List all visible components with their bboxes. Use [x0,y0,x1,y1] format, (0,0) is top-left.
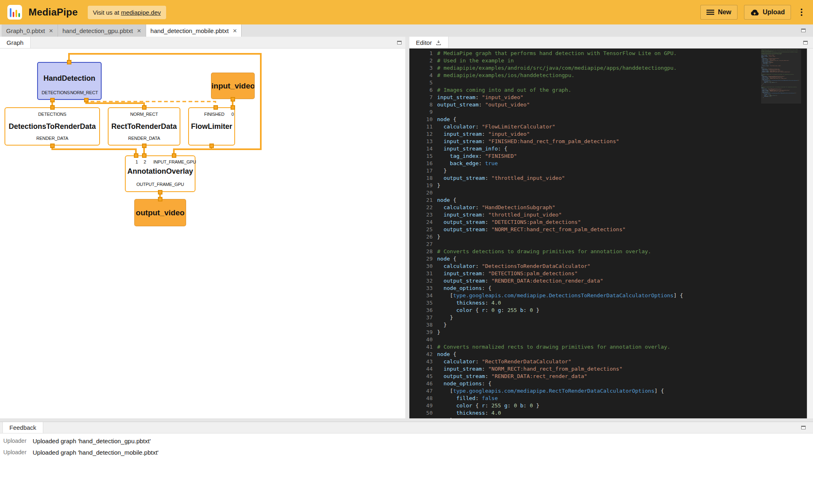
code-editor[interactable]: 1# MediaPipe graph that performs hand de… [409,49,813,418]
code-line: 31 input_stream: "DETECTIONS:palm_detect… [409,270,813,277]
code-line: 19} [409,182,813,189]
code-line: 4# mediapipie/examples/ios/handdetection… [409,72,813,79]
tab-editor[interactable]: Editor [409,37,449,48]
port [209,144,214,148]
code-line: 30 calculator: "DetectionsToRenderDataCa… [409,263,813,270]
feedback-source: Uploader [3,449,27,455]
mediapipe-logo-icon [7,5,22,20]
port-label: 0 [231,112,234,117]
code-line: 26} [409,233,813,241]
code-line: 3# mediapipie/examples/android/src/java/… [409,64,813,72]
popout-icon[interactable] [801,426,806,429]
code-line: 39} [409,329,813,336]
node-annotation-overlay[interactable]: 1 2 INPUT_FRAME_GPU AnnotationOverlay OU… [125,155,195,192]
code-line: 48 filled: false [409,395,813,402]
code-line: 24 output_stream: "DETECTIONS:palm_detec… [409,219,813,226]
code-line: 16 back_edge: true [409,160,813,167]
port-label: DETECTIONS [5,112,99,117]
code-line: 20 [409,189,813,197]
code-line: 42node { [409,351,813,358]
node-detections-to-render-data[interactable]: DETECTIONS DetectionsToRenderData RENDER… [4,107,100,146]
port-label: 1 [136,159,138,164]
popout-icon[interactable] [397,41,402,44]
code-line: 45 output_stream: "RENDER_DATA:rect_rend… [409,373,813,380]
code-line: 13 input_stream: "FINISHED:hand_rect_fro… [409,138,813,145]
port [67,60,71,64]
port [142,105,147,110]
code-line: 27 [409,241,813,248]
app-header: MediaPipe Visit us at mediapipe.dev New … [0,0,813,24]
graph-edges [0,49,405,418]
file-tab-bar: Graph_0.pbtxt × hand_detection_gpu.pbtxt… [0,24,813,37]
file-tab-hand-detection-gpu[interactable]: hand_detection_gpu.pbtxt × [58,24,146,37]
minimap-slider[interactable] [761,49,801,104]
port-label: OUTPUT_FRAME_GPU [126,182,195,187]
popout-icon[interactable] [801,29,806,32]
code-line: 8output_stream: "output_video" [409,101,813,108]
port-label: RENDER_DATA [5,136,99,141]
code-line: 47 [type.googleapis.com/mediapipe.RectTo… [409,387,813,395]
download-icon[interactable] [435,40,442,46]
node-output-video[interactable]: output_video [134,199,186,226]
feedback-source: Uploader [3,438,27,444]
code-line: 21node { [409,197,813,204]
code-line: 40 [409,336,813,343]
code-line: 37 } [409,314,813,321]
port-label: FINISHED [204,112,224,117]
file-tab-label: hand_detection_gpu.pbtxt [62,27,133,34]
node-flow-limiter[interactable]: FINISHED 0 FlowLimiter [188,107,235,146]
port [213,105,218,110]
code-line: 15 tag_index: "FINISHED" [409,153,813,160]
port-label: NORM_RECT [70,90,98,95]
node-hand-detection[interactable]: HandDetection DETECTIONS NORM_RECT [37,62,102,100]
port-label: INPUT_FRAME_GPU [153,159,196,164]
upload-button[interactable]: Upload [744,5,791,20]
editor-tab-label: Editor [416,39,432,46]
close-icon[interactable]: × [49,27,53,34]
code-line: 38 } [409,321,813,329]
close-icon[interactable]: × [137,27,141,34]
code-line: 34 [type.googleapis.com/mediapipe.Detect… [409,292,813,299]
code-line: 11 calculator: "FlowLimiterCalculator" [409,123,813,130]
node-title: HandDetection [38,74,101,83]
code-line: 9 [409,108,813,116]
new-button[interactable]: New [700,5,737,20]
file-tab-label: hand_detection_mobile.pbtxt [151,27,229,34]
code-lines[interactable]: 1# MediaPipe graph that performs hand de… [409,50,813,418]
node-title: AnnotationOverlay [126,167,195,176]
app-title: MediaPipe [29,7,78,18]
code-line: 10node { [409,116,813,123]
code-line: 43 calculator: "RectToRenderDataCalculat… [409,358,813,365]
node-rect-to-render-data[interactable]: NORM_RECT RectToRenderData RENDER_DATA [108,107,180,146]
port [50,105,55,110]
scrollbar-track[interactable] [807,49,813,418]
code-line: 33 node_options: { [409,285,813,292]
port [142,144,147,148]
minimap[interactable]: # MediaPipe graph that performs hand det… [761,49,801,418]
more-options-button[interactable] [797,6,806,18]
tab-feedback[interactable]: Feedback [2,422,43,433]
port [172,153,176,158]
port-label: RENDER_DATA [109,136,180,141]
node-input-video[interactable]: input_video [211,73,255,99]
node-title: output_video [135,208,186,217]
code-line: 7input_stream: "input_video" [409,94,813,101]
port [231,105,235,110]
code-line: 32 output_stream: "RENDER_DATA:detection… [409,277,813,285]
close-icon[interactable]: × [233,27,237,34]
feedback-log: Uploader Uploaded graph 'hand_detection_… [0,433,813,504]
visit-prefix: Visit us at [93,9,121,16]
editor-panel-tabbar: Editor [409,37,813,49]
feedback-tab-label: Feedback [9,424,36,431]
graph-canvas: HandDetection DETECTIONS NORM_RECT input… [0,49,405,418]
file-tab-hand-detection-mobile[interactable]: hand_detection_mobile.pbtxt × [146,24,242,37]
code-line: 29node { [409,255,813,263]
feedback-message: Uploaded graph 'hand_detection_mobile.pb… [33,449,158,456]
code-line: 28# Converts detections to drawing primi… [409,248,813,255]
mediapipe-dev-link[interactable]: mediapipe.dev [121,9,161,16]
code-line: 25 output_stream: "NORM_RECT:hand_rect_f… [409,226,813,233]
port [158,197,162,201]
tab-graph-view[interactable]: Graph [0,37,31,48]
file-tab-graph-0[interactable]: Graph_0.pbtxt × [2,24,58,37]
popout-icon[interactable] [803,41,808,44]
